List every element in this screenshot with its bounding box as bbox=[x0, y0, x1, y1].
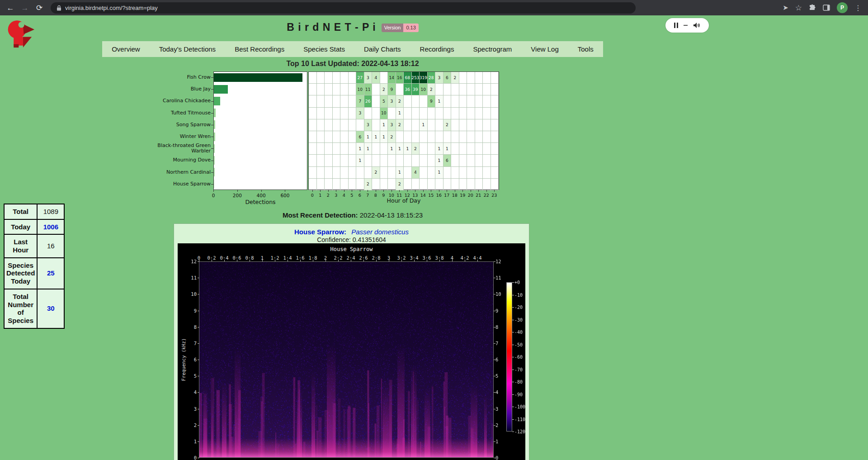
stat-value-link[interactable]: 30 bbox=[37, 289, 64, 328]
heat-cell bbox=[364, 108, 373, 119]
heat-cell: 3 bbox=[388, 119, 396, 131]
hour-tick-label: 4 bbox=[343, 193, 345, 198]
colorbar-label: -40 bbox=[514, 330, 523, 335]
extensions-icon[interactable] bbox=[809, 4, 816, 11]
hour-tick-mark bbox=[447, 190, 447, 192]
time-tick-mark bbox=[338, 260, 339, 261]
heat-cell: 1 bbox=[404, 143, 412, 155]
heat-cell bbox=[443, 167, 452, 179]
freq-tick-label-right: 8 bbox=[495, 324, 498, 330]
heat-cell bbox=[396, 84, 404, 95]
heat-cell bbox=[467, 167, 475, 179]
nav-item-today-s-detections[interactable]: Today's Detections bbox=[150, 41, 225, 57]
heat-cell bbox=[451, 143, 459, 155]
heat-cell bbox=[333, 179, 341, 190]
hour-tick-label: 16 bbox=[436, 193, 442, 198]
heat-cell: 1 bbox=[396, 108, 404, 119]
heat-cell bbox=[412, 155, 420, 166]
heat-cell bbox=[372, 108, 380, 119]
toolbar-right: ➤ ☆ P ⋮ bbox=[783, 2, 863, 13]
heat-cell bbox=[309, 155, 317, 166]
heat-cell bbox=[451, 167, 459, 179]
hour-tick-label: 7 bbox=[366, 193, 369, 198]
nav-item-spectrogram[interactable]: Spectrogram bbox=[463, 41, 521, 57]
freq-tick-label-left: 9 bbox=[179, 308, 197, 313]
send-icon[interactable]: ➤ bbox=[783, 4, 788, 12]
heat-cell bbox=[333, 108, 341, 119]
freq-tick-mark bbox=[494, 360, 495, 360]
colorbar-label: -90 bbox=[514, 392, 523, 397]
bar-x-tick-mark bbox=[213, 190, 214, 192]
y-tick-mark bbox=[211, 125, 213, 125]
url-bar[interactable]: virginia.birdnetpi.com/?stream=play bbox=[51, 2, 636, 14]
side-panel-icon[interactable] bbox=[823, 5, 830, 11]
freq-tick-label-right: 9 bbox=[495, 308, 498, 313]
colorbar-tick-mark bbox=[512, 382, 514, 382]
freq-tick-mark bbox=[494, 261, 495, 262]
nav-item-tools[interactable]: Tools bbox=[568, 41, 603, 57]
back-icon[interactable]: ← bbox=[5, 2, 16, 14]
stat-value-link[interactable]: 1006 bbox=[37, 219, 64, 235]
heat-cell: 319 bbox=[420, 72, 428, 84]
bookmark-star-icon[interactable]: ☆ bbox=[795, 3, 802, 13]
pause-icon[interactable] bbox=[674, 23, 678, 28]
heat-cell bbox=[459, 167, 467, 179]
heat-cell bbox=[435, 84, 443, 95]
heat-cell bbox=[475, 179, 483, 190]
nav-item-daily-charts[interactable]: Daily Charts bbox=[354, 41, 410, 57]
heat-cell: 5 bbox=[380, 95, 388, 107]
profile-avatar[interactable]: P bbox=[837, 2, 848, 13]
forward-icon[interactable]: → bbox=[19, 2, 31, 14]
volume-icon[interactable] bbox=[693, 22, 700, 28]
nav-item-recordings[interactable]: Recordings bbox=[410, 41, 464, 57]
heat-cell bbox=[333, 72, 341, 84]
nav-item-view-log[interactable]: View Log bbox=[521, 41, 568, 57]
heat-cell bbox=[372, 143, 380, 155]
heat-cell bbox=[459, 108, 467, 119]
audio-player[interactable] bbox=[665, 18, 709, 33]
stats-row: Today1006 bbox=[4, 219, 64, 235]
species-label: Carolina Chickadee bbox=[149, 95, 211, 107]
heat-cell bbox=[317, 167, 325, 179]
heat-cell: 2 bbox=[451, 72, 459, 84]
time-tick-mark bbox=[439, 260, 440, 261]
freq-tick-mark bbox=[494, 441, 495, 442]
heat-cell bbox=[333, 143, 341, 155]
time-tick-mark bbox=[237, 260, 237, 261]
nav-item-species-stats[interactable]: Species Stats bbox=[294, 41, 354, 57]
confidence-value: 0.41351604 bbox=[353, 236, 386, 243]
stat-value-link[interactable]: 25 bbox=[37, 258, 64, 289]
heat-cell: 3 bbox=[364, 119, 373, 131]
species-bar bbox=[214, 156, 215, 165]
time-tick-mark bbox=[212, 260, 212, 261]
colorbar bbox=[506, 282, 512, 432]
heat-cell bbox=[420, 167, 428, 179]
hour-tick-label: 19 bbox=[460, 193, 465, 198]
species-bar bbox=[214, 133, 215, 141]
hour-tick-mark bbox=[455, 190, 455, 192]
y-tick-mark bbox=[211, 113, 213, 114]
heat-cell bbox=[491, 72, 499, 84]
heat-cell: 4 bbox=[412, 167, 420, 179]
bar-x-tick-label: 0 bbox=[212, 193, 215, 198]
freq-tick-label-left: 0 bbox=[179, 455, 197, 460]
heat-cell bbox=[396, 131, 404, 143]
nav-item-overview[interactable]: Overview bbox=[102, 41, 150, 57]
colorbar-tick-mark bbox=[512, 419, 514, 420]
freq-tick-mark bbox=[198, 409, 199, 409]
freq-tick-label-left: 5 bbox=[179, 373, 197, 379]
heat-cell bbox=[349, 131, 357, 143]
heat-cell bbox=[388, 155, 396, 166]
menu-icon[interactable]: ⋮ bbox=[854, 4, 862, 12]
freq-tick-label-right: 10 bbox=[495, 291, 501, 297]
heat-cell bbox=[372, 95, 380, 107]
freq-tick-label-right: 6 bbox=[495, 357, 498, 362]
species-common-name-link[interactable]: House Sparrow: bbox=[294, 228, 346, 236]
bar-x-tick-mark bbox=[285, 190, 285, 192]
heat-cell: 26 bbox=[364, 95, 373, 107]
reload-icon[interactable]: ⟳ bbox=[33, 2, 45, 14]
species-scientific-name-link[interactable]: Passer domesticus bbox=[351, 228, 409, 236]
nav-item-best-recordings[interactable]: Best Recordings bbox=[225, 41, 294, 57]
freq-tick-mark bbox=[198, 294, 199, 294]
heat-cell: 6 bbox=[443, 72, 452, 84]
